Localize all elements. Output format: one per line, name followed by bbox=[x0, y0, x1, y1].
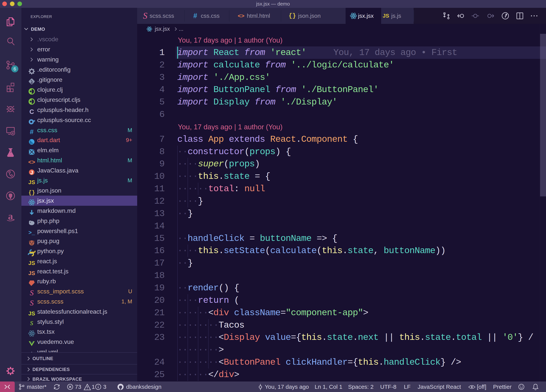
svg-text:J: J bbox=[30, 170, 33, 175]
svg-text:JS: JS bbox=[28, 270, 35, 276]
svg-text:JS: JS bbox=[28, 260, 35, 266]
svg-text:JS: JS bbox=[28, 179, 35, 185]
svg-text:C: C bbox=[29, 108, 34, 115]
svg-text:S: S bbox=[30, 299, 34, 307]
svg-text:<>: <> bbox=[28, 159, 35, 165]
svg-text:s: s bbox=[30, 318, 33, 327]
svg-text:>_: >_ bbox=[28, 230, 35, 236]
svg-text:JS: JS bbox=[28, 310, 35, 317]
svg-text:S: S bbox=[30, 288, 34, 297]
svg-text:{}: {} bbox=[28, 190, 35, 196]
svg-text:#: # bbox=[30, 128, 34, 136]
